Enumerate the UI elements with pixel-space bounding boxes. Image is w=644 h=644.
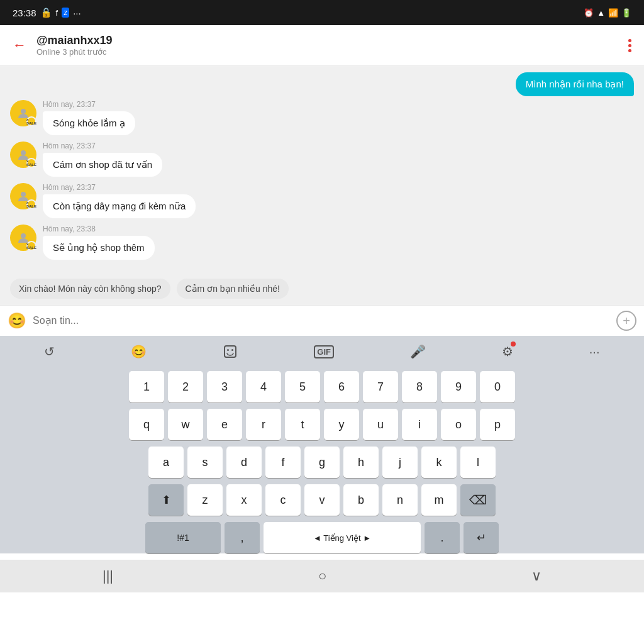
input-area: 😊 +: [0, 305, 644, 336]
key-l[interactable]: l: [460, 447, 496, 478]
battery-icon: 🔋: [621, 8, 631, 18]
recv-bubble-4: Sẽ ủng hộ shop thêm: [43, 236, 155, 260]
wifi-icon: ▲: [597, 8, 605, 18]
nav-back[interactable]: ∨: [519, 563, 554, 589]
avatar-badge-4: x SALE: [26, 241, 36, 251]
key-3[interactable]: 3: [207, 371, 242, 402]
key-s[interactable]: s: [187, 447, 223, 478]
svg-point-5: [227, 349, 229, 351]
key-m[interactable]: m: [421, 484, 457, 516]
quick-reply-0[interactable]: Xin chào! Món này còn không shop?: [10, 279, 170, 299]
key-r[interactable]: r: [246, 409, 281, 440]
key-6[interactable]: 6: [324, 371, 359, 402]
message-input[interactable]: [33, 315, 610, 326]
more-dot-2: [628, 44, 631, 47]
key-y[interactable]: y: [324, 409, 359, 440]
settings-button[interactable]: ⚙: [498, 340, 517, 363]
key-enter[interactable]: ↵: [464, 522, 499, 553]
key-h[interactable]: h: [343, 447, 379, 478]
lock-icon: 🔒: [40, 7, 52, 18]
key-g[interactable]: g: [304, 447, 340, 478]
avatar-badge-3: x SALE: [26, 199, 36, 209]
key-8[interactable]: 8: [402, 371, 437, 402]
nav-home[interactable]: ○: [306, 563, 339, 589]
svg-point-1: [21, 150, 26, 155]
key-k[interactable]: k: [421, 447, 457, 478]
back-button[interactable]: ←: [10, 35, 29, 56]
add-button[interactable]: +: [616, 311, 636, 331]
key-z[interactable]: z: [187, 484, 223, 516]
avatar-1: x SALE: [10, 100, 36, 126]
key-w[interactable]: w: [168, 409, 203, 440]
contact-name: @maianhxx19: [36, 34, 618, 47]
avatar-badge-2: x SALE: [26, 158, 36, 168]
recv-time-3: Hôm nay, 23:37: [43, 183, 634, 192]
key-period[interactable]: .: [425, 522, 460, 553]
signal-icon: 📶: [608, 8, 618, 18]
key-d[interactable]: d: [226, 447, 262, 478]
recv-bubble-2: Cám ơn shop đã tư vấn: [43, 153, 162, 177]
key-1[interactable]: 1: [129, 371, 164, 402]
key-language[interactable]: ◄ Tiếng Việt ►: [264, 522, 421, 553]
avatar-badge-1: x SALE: [26, 116, 36, 126]
key-a[interactable]: a: [148, 447, 184, 478]
recv-message-3: x SALE Hôm nay, 23:37 Còn tặng dây mạng …: [10, 183, 634, 218]
key-7[interactable]: 7: [363, 371, 398, 402]
recv-message-2: x SALE Hôm nay, 23:37 Cám ơn shop đã tư …: [10, 142, 634, 177]
key-x[interactable]: x: [226, 484, 262, 516]
key-b[interactable]: b: [343, 484, 379, 516]
key-n[interactable]: n: [382, 484, 418, 516]
key-shift[interactable]: ⬆: [148, 484, 184, 516]
key-5[interactable]: 5: [285, 371, 320, 402]
emoji-toolbar-button[interactable]: 😊: [127, 340, 150, 363]
keyboard-qwerty-row: q w e r t y u i o p: [4, 409, 640, 440]
zalo-icon: z: [62, 8, 69, 18]
status-right: ⏰ ▲ 📶 🔋: [584, 8, 631, 18]
emoji-button[interactable]: 😊: [8, 312, 26, 330]
status-time: 23:38: [13, 8, 36, 18]
status-left: 23:38 🔒 f z ···: [13, 7, 81, 18]
key-comma[interactable]: ,: [225, 522, 260, 553]
settings-notification-dot: [511, 341, 516, 347]
sent-bubble-0: Mình nhận rồi nha bạn!: [516, 72, 634, 96]
more-tools-button[interactable]: ···: [586, 341, 604, 363]
facebook-icon: f: [56, 8, 58, 18]
bottom-nav: ||| ○ ∨: [0, 560, 644, 592]
more-dot-1: [628, 39, 631, 42]
recv-content-1: Hôm nay, 23:37 Sóng khỏe lắm ạ: [43, 100, 634, 135]
key-0[interactable]: 0: [480, 371, 515, 402]
more-dot-3: [628, 49, 631, 52]
key-q[interactable]: q: [129, 409, 164, 440]
gif-button[interactable]: GIF: [310, 341, 338, 362]
sticker-button[interactable]: [219, 340, 242, 363]
status-bar: 23:38 🔒 f z ··· ⏰ ▲ 📶 🔋: [0, 0, 644, 25]
recv-bubble-1: Sóng khỏe lắm ạ: [43, 111, 135, 135]
key-e[interactable]: e: [207, 409, 242, 440]
key-p[interactable]: p: [480, 409, 515, 440]
more-button[interactable]: [626, 36, 634, 55]
key-9[interactable]: 9: [441, 371, 476, 402]
key-t[interactable]: t: [285, 409, 320, 440]
key-j[interactable]: j: [382, 447, 418, 478]
key-i[interactable]: i: [402, 409, 437, 440]
key-backspace[interactable]: ⌫: [460, 484, 496, 516]
key-4[interactable]: 4: [246, 371, 281, 402]
nav-recent-apps[interactable]: |||: [90, 563, 126, 589]
quick-reply-1[interactable]: Cảm ơn bạn nhiều nhé!: [177, 279, 289, 299]
key-c[interactable]: c: [265, 484, 301, 516]
sent-message-0: Mình nhận rồi nha bạn!: [10, 72, 634, 96]
chat-header: ← @maianhxx19 Online 3 phút trước: [0, 25, 644, 66]
quick-replies: Xin chào! Món này còn không shop? Cảm ơn…: [0, 272, 644, 305]
svg-point-0: [21, 109, 26, 114]
keyboard-zxcv-row: ⬆ z x c v b n m ⌫: [4, 484, 640, 516]
key-f[interactable]: f: [265, 447, 301, 478]
key-v[interactable]: v: [304, 484, 340, 516]
alarm-icon: ⏰: [584, 8, 594, 18]
refresh-button[interactable]: ↺: [40, 340, 58, 363]
key-2[interactable]: 2: [168, 371, 203, 402]
recv-message-1: x SALE Hôm nay, 23:37 Sóng khỏe lắm ạ: [10, 100, 634, 135]
key-symbols[interactable]: !#1: [145, 522, 221, 553]
key-u[interactable]: u: [363, 409, 398, 440]
mic-button[interactable]: 🎤: [406, 340, 430, 363]
key-o[interactable]: o: [441, 409, 476, 440]
